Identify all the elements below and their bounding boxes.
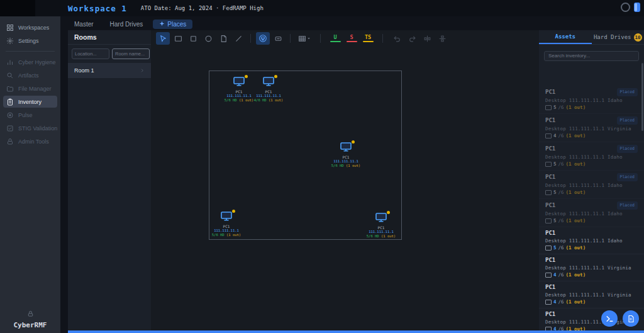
room-name-input[interactable] bbox=[112, 48, 150, 59]
room-list-item[interactable]: Room 1 bbox=[68, 63, 151, 78]
canvas-toolbar: U S TS bbox=[151, 30, 539, 47]
tab-assets[interactable]: Assets bbox=[539, 30, 592, 44]
status-dot bbox=[274, 75, 277, 78]
redo-button[interactable] bbox=[405, 32, 419, 45]
monitor-icon bbox=[340, 142, 352, 152]
place-asset-tool-button[interactable] bbox=[256, 32, 270, 45]
rooms-panel: Rooms + Room 1 bbox=[68, 30, 151, 330]
monitor-icon bbox=[221, 212, 232, 221]
monitor-icon bbox=[545, 133, 552, 138]
tab-master[interactable]: Master bbox=[68, 20, 100, 29]
sidebar-divider bbox=[6, 51, 55, 52]
polygon-tool-button[interactable] bbox=[216, 32, 230, 45]
status-dot bbox=[232, 210, 235, 213]
inventory-search-input[interactable] bbox=[544, 51, 639, 61]
square-tool-button[interactable] bbox=[186, 32, 200, 45]
placed-device[interactable]: PC1 111.111.11.1 4/6 HD (1 out) bbox=[247, 77, 291, 103]
sidebar-item-workspaces[interactable]: Workspaces bbox=[3, 21, 57, 33]
ellipse-tool-button[interactable] bbox=[201, 32, 215, 45]
grid-icon bbox=[6, 24, 14, 31]
content-tabstrip: Master Hard Drives Places bbox=[68, 18, 192, 30]
scrollbar-thumb[interactable] bbox=[641, 63, 643, 131]
rooms-panel-title: Rooms bbox=[68, 30, 151, 45]
placed-device[interactable]: PC1 111.111.11.1 5/6 HD (1 out) bbox=[324, 142, 368, 168]
search-icon bbox=[6, 72, 14, 79]
document-fab-button[interactable] bbox=[623, 310, 639, 327]
inventory-panel: Assets Hard Drives 10 PC1Placed Desktop … bbox=[539, 30, 644, 330]
toggle-inner bbox=[635, 3, 637, 11]
asset-item[interactable]: PC1Placed Desktop 111.111.11.1 Idaho 5/6… bbox=[539, 171, 644, 199]
classification-ts-button[interactable]: TS bbox=[360, 32, 375, 45]
sidebar-item-artifacts[interactable]: Artifacts bbox=[3, 69, 57, 81]
undo-button[interactable] bbox=[390, 32, 404, 45]
app-header: Workspace 1 ATO Date: Aug 1, 2024 · FedR… bbox=[0, 0, 644, 16]
sidebar-label: Settings bbox=[18, 38, 39, 44]
asset-item[interactable]: PC1 Desktop 111.111.11.1 Virginia 4/6(1 … bbox=[539, 281, 644, 308]
check-square-icon bbox=[6, 125, 14, 132]
sidebar-label: Artifacts bbox=[18, 72, 39, 79]
cursor-tool-button[interactable] bbox=[156, 32, 170, 45]
monitor-icon bbox=[375, 213, 387, 222]
tab-inventory-hard-drives[interactable]: Hard Drives 10 bbox=[592, 30, 644, 44]
status-dot bbox=[352, 140, 355, 144]
asset-item[interactable]: PC1Placed Desktop 111.111.11.1 Idaho 5/6… bbox=[539, 199, 644, 227]
sidebar-item-admin-tools[interactable]: Admin Tools bbox=[3, 135, 57, 147]
toolbar-divider bbox=[290, 34, 291, 43]
star-icon bbox=[159, 21, 165, 28]
asset-list: PC1Placed Desktop 111.111.11.1 Idaho 5/6… bbox=[539, 86, 644, 330]
toolbar-divider bbox=[382, 34, 383, 43]
placed-badge: Placed bbox=[617, 201, 638, 210]
tab-hard-drives[interactable]: Hard Drives bbox=[104, 20, 150, 29]
asset-item[interactable]: PC1Placed Desktop 111.111.11.1 Idaho 5/6… bbox=[539, 142, 644, 171]
table-view-button[interactable] bbox=[296, 32, 313, 45]
sidebar-item-stig-validation[interactable]: STIG Validation bbox=[3, 122, 57, 134]
chevron-right-icon bbox=[140, 68, 145, 73]
hard-drives-count-badge: 10 bbox=[634, 33, 642, 42]
lock-icon bbox=[27, 308, 34, 319]
monitor-icon bbox=[545, 246, 552, 251]
asset-item[interactable]: PC1Placed Desktop 111.111.11.1 Virginia … bbox=[539, 114, 644, 142]
sidebar-label: Cyber Hygiene bbox=[18, 59, 56, 65]
clipboard-icon bbox=[6, 98, 14, 106]
monitor-icon bbox=[545, 105, 552, 110]
sidebar-label: Workspaces bbox=[18, 25, 49, 31]
app-logo-block bbox=[0, 0, 35, 16]
monitor-icon bbox=[545, 190, 552, 195]
asset-item[interactable]: PC1Placed Desktop 111.111.11.1 Idaho 5/6… bbox=[539, 86, 644, 114]
classification-s-button[interactable]: S bbox=[344, 32, 359, 45]
user-toggle-icon[interactable] bbox=[634, 3, 640, 12]
placed-device[interactable]: PC1 111.111.11.1 5/6 HD (1 out) bbox=[204, 212, 248, 237]
classification-u-button[interactable]: U bbox=[328, 32, 343, 45]
gear-icon bbox=[6, 37, 14, 45]
align-horizontal-button[interactable] bbox=[420, 32, 434, 45]
line-tool-button[interactable] bbox=[231, 32, 245, 45]
rectangle-tool-button[interactable] bbox=[171, 32, 185, 45]
sidebar-label: Inventory bbox=[18, 99, 42, 105]
tab-places[interactable]: Places bbox=[153, 20, 192, 29]
workspace-title: Workspace 1 bbox=[68, 4, 127, 13]
brand-name: CyberRMF bbox=[0, 321, 60, 329]
folder-icon bbox=[6, 85, 14, 93]
sidebar-label: File Manager bbox=[18, 86, 52, 92]
asset-item[interactable]: PC1 Desktop 111.111.11.1 Idaho 5/6(1 out… bbox=[539, 227, 644, 254]
asset-item[interactable]: PC1 Desktop 111.111.11.1 Virginia 4/6(1 … bbox=[539, 254, 644, 281]
location-input[interactable] bbox=[72, 48, 109, 59]
sidebar-item-inventory[interactable]: Inventory bbox=[3, 96, 57, 108]
sidebar-footer: CyberRMF bbox=[0, 308, 60, 329]
sidebar-item-pulse[interactable]: Pulse bbox=[3, 109, 57, 121]
pulse-icon bbox=[6, 111, 14, 119]
sidebar-item-cyber-hygiene[interactable]: Cyber Hygiene bbox=[3, 56, 57, 68]
label-tool-button[interactable] bbox=[271, 32, 285, 45]
monitor-icon bbox=[545, 218, 552, 223]
placed-device[interactable]: PC1 111.111.11.1 5/6 HD (1 out) bbox=[359, 213, 403, 239]
monitor-icon bbox=[233, 77, 245, 86]
sidebar-item-file-manager[interactable]: File Manager bbox=[3, 82, 57, 94]
sidebar-item-settings[interactable]: Settings bbox=[3, 35, 57, 47]
status-ring-icon[interactable] bbox=[621, 3, 630, 12]
terminal-fab-button[interactable] bbox=[601, 310, 618, 327]
placed-badge: Placed bbox=[617, 145, 638, 153]
align-vertical-button[interactable] bbox=[435, 32, 449, 45]
floorplan-canvas[interactable]: U S TS PC1 111.111.11.1 5/6 HD (1 out) P… bbox=[151, 30, 539, 330]
monitor-icon bbox=[545, 300, 552, 305]
sidebar-label: STIG Validation bbox=[18, 125, 57, 132]
